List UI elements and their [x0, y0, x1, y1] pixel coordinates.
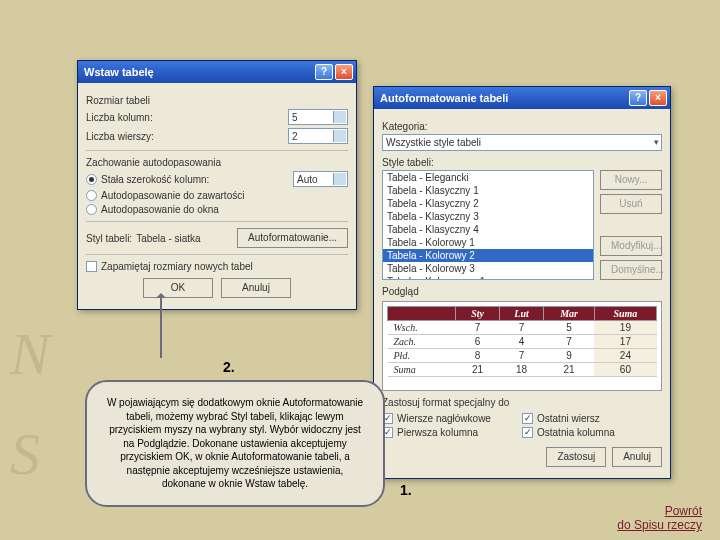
return-link[interactable]: Powrót do Spisu rzeczy [617, 504, 702, 532]
last-col-label: Ostatnia kolumna [537, 427, 615, 438]
ok-button[interactable]: OK [143, 278, 213, 298]
apply-format-label: Zastosuj format specjalny do [382, 397, 662, 408]
instruction-callout: 2. W pojawiającym się dodatkowym oknie A… [85, 380, 385, 507]
style-option[interactable]: Tabela - Kolorowy 3 [383, 262, 593, 275]
remember-checkbox[interactable] [86, 261, 97, 272]
fixed-width-label: Stała szerokość kolumn: [101, 174, 293, 185]
fixed-width-radio[interactable] [86, 174, 97, 185]
style-option[interactable]: Tabela - Klasyczny 2 [383, 197, 593, 210]
instruction-text: W pojawiającym się dodatkowym oknie Auto… [105, 396, 365, 491]
autofit-content-radio[interactable] [86, 190, 97, 201]
autofit-window-radio[interactable] [86, 204, 97, 215]
last-row-checkbox[interactable] [522, 413, 533, 424]
header-rows-label: Wiersze nagłówkowe [397, 413, 491, 424]
arrow-up-icon [160, 294, 162, 358]
new-button[interactable]: Nowy... [600, 170, 662, 190]
category-label: Kategoria: [382, 121, 662, 132]
fixed-width-value[interactable]: Auto [293, 171, 348, 187]
apply-button[interactable]: Zastosuj [546, 447, 606, 467]
columns-label: Liczba kolumn: [86, 112, 288, 123]
category-combo[interactable]: Wszystkie style tabeli [382, 134, 662, 151]
autofit-group-label: Zachowanie autodopasowania [86, 157, 348, 168]
help-icon[interactable]: ? [629, 90, 647, 106]
style-option[interactable]: Tabela - Elegancki [383, 171, 593, 184]
preview-pane: StyLutMarSumaWsch.77519Zach.64717Płd.879… [382, 301, 662, 391]
style-option[interactable]: Tabela - Klasyczny 1 [383, 184, 593, 197]
preview-label: Podgląd [382, 286, 662, 297]
size-group-label: Rozmiar tabeli [86, 95, 348, 106]
style-option[interactable]: Tabela - Klasyczny 3 [383, 210, 593, 223]
table-style-value: Tabela - siatka [136, 233, 200, 244]
cancel-button[interactable]: Anuluj [221, 278, 291, 298]
insert-table-dialog: Wstaw tabelę ? × Rozmiar tabeli Liczba k… [77, 60, 357, 310]
autofit-window-label: Autodopasowanie do okna [101, 204, 219, 215]
style-option[interactable]: Tabela - Kolorowy 2 [383, 249, 593, 262]
columns-spinner[interactable]: 5 [288, 109, 348, 125]
dialog-title: Wstaw tabelę [84, 66, 154, 78]
styles-listbox[interactable]: Tabela - EleganckiTabela - Klasyczny 1Ta… [382, 170, 594, 280]
table-style-label: Styl tabeli: [86, 233, 132, 244]
last-row-label: Ostatni wiersz [537, 413, 600, 424]
dialog-titlebar[interactable]: Wstaw tabelę ? × [78, 61, 356, 83]
cancel-button[interactable]: Anuluj [612, 447, 662, 467]
remember-label: Zapamiętaj rozmiary nowych tabel [101, 261, 253, 272]
rows-label: Liczba wierszy: [86, 131, 288, 142]
dialog-title: Autoformatowanie tabeli [380, 92, 508, 104]
close-icon[interactable]: × [649, 90, 667, 106]
rows-spinner[interactable]: 2 [288, 128, 348, 144]
default-button[interactable]: Domyślne... [600, 260, 662, 280]
style-option[interactable]: Tabela - Kolumnowy 1 [383, 275, 593, 280]
preview-table: StyLutMarSumaWsch.77519Zach.64717Płd.879… [387, 306, 657, 377]
step-number: 2. [223, 358, 235, 377]
modify-button[interactable]: Modyfikuj... [600, 236, 662, 256]
first-col-label: Pierwsza kolumna [397, 427, 478, 438]
style-option[interactable]: Tabela - Kolorowy 1 [383, 236, 593, 249]
autofit-content-label: Autodopasowanie do zawartości [101, 190, 244, 201]
step-1-label: 1. [400, 482, 412, 498]
styles-label: Style tabeli: [382, 157, 662, 168]
help-icon[interactable]: ? [315, 64, 333, 80]
dialog-titlebar[interactable]: Autoformatowanie tabeli ? × [374, 87, 670, 109]
autoformat-dialog: Autoformatowanie tabeli ? × Kategoria: W… [373, 86, 671, 479]
last-col-checkbox[interactable] [522, 427, 533, 438]
style-option[interactable]: Tabela - Klasyczny 4 [383, 223, 593, 236]
delete-button[interactable]: Usuń [600, 194, 662, 214]
autoformat-button[interactable]: Autoformatowanie... [237, 228, 348, 248]
close-icon[interactable]: × [335, 64, 353, 80]
